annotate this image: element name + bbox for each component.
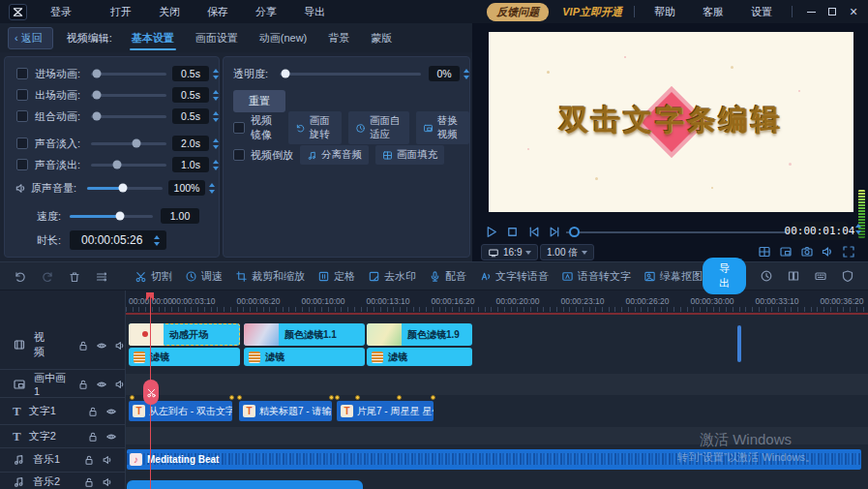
tool-voiceover[interactable]: 配音 (429, 269, 466, 284)
slider-knob[interactable] (113, 161, 122, 169)
history-icon[interactable] (760, 269, 773, 283)
tool-text-to-speech[interactable]: 文字转语音 (479, 269, 549, 284)
fit-screen-button[interactable]: 画面自适应 (348, 111, 409, 144)
keyframe-dot[interactable] (329, 395, 334, 400)
text-clip-3[interactable]: T片尾7 - 周星星 星仔... (337, 401, 434, 421)
undo-button[interactable] (14, 268, 27, 283)
split-at-playhead-button[interactable] (143, 380, 159, 405)
slider-knob[interactable] (93, 70, 102, 78)
exit-animation-checkbox[interactable] (16, 89, 28, 101)
slider-knob[interactable] (281, 70, 289, 78)
menu-save[interactable]: 保存 (194, 5, 242, 19)
tab-picture-settings[interactable]: 画面设置 (194, 25, 240, 51)
duration-value[interactable]: 00:00:05:26 (70, 230, 166, 250)
exit-animation-slider[interactable] (91, 94, 166, 97)
back-button[interactable]: ‹ 返回 (8, 27, 53, 49)
stepper[interactable] (209, 183, 215, 194)
rotate-button[interactable]: 画面旋转 (288, 111, 342, 144)
stepper[interactable] (213, 111, 219, 122)
lock-icon[interactable] (87, 405, 99, 417)
eye-icon[interactable] (96, 338, 107, 351)
opacity-value[interactable]: 0% (429, 66, 460, 81)
speaker-icon[interactable] (102, 474, 113, 487)
tool-remove-watermark[interactable]: 去水印 (368, 269, 416, 284)
combo-animation-slider[interactable] (91, 115, 166, 118)
volume-value[interactable]: 100% (168, 180, 205, 196)
slider-knob[interactable] (132, 139, 140, 148)
speed-value[interactable]: 1.00 (161, 208, 199, 224)
text-clip-1[interactable]: T从左到右 - 双击文字... (129, 401, 232, 421)
menu-open[interactable]: 打开 (97, 5, 145, 19)
speaker-icon[interactable] (114, 338, 126, 351)
detach-audio-button[interactable]: 分离音频 (300, 145, 369, 165)
tab-basic-settings[interactable]: 基本设置 (130, 25, 176, 51)
keyframe-dot[interactable] (355, 395, 360, 400)
enter-animation-slider[interactable] (91, 73, 166, 76)
preview-title-text[interactable]: 双击文字条编辑 (489, 101, 853, 140)
replace-video-button[interactable]: 替换视频 (416, 111, 469, 144)
combo-animation-value[interactable]: 0.5s (172, 108, 209, 124)
eye-icon[interactable] (105, 405, 117, 417)
speaker-icon[interactable] (114, 378, 126, 390)
timeline-scrollbar-thumb[interactable] (737, 325, 741, 362)
stepper[interactable] (464, 69, 469, 79)
track-header-pip[interactable]: 画中画1 (0, 372, 126, 396)
fade-out-checkbox[interactable] (16, 159, 28, 170)
stepper[interactable] (213, 160, 219, 170)
timeline-ruler[interactable]: 00:00:00:00 00:00:03:10 00:00:06:20 00:0… (126, 290, 868, 314)
opacity-slider[interactable] (280, 73, 421, 76)
speaker-icon[interactable] (102, 453, 113, 466)
menu-support[interactable]: 客服 (689, 5, 737, 19)
close-button[interactable]: × (843, 1, 864, 22)
menu-login[interactable]: 登录 (37, 5, 97, 19)
enter-animation-checkbox[interactable] (16, 68, 28, 79)
shortcut-keyboard-icon[interactable] (814, 269, 827, 283)
reverse-checkbox[interactable] (233, 149, 245, 161)
tool-cut[interactable]: 切割 (135, 269, 172, 284)
stop-button[interactable] (505, 225, 520, 239)
enter-animation-value[interactable]: 0.5s (172, 66, 209, 81)
filter-bar[interactable]: 滤镜 (367, 348, 472, 366)
exit-animation-value[interactable]: 0.5s (172, 87, 209, 103)
slider-knob[interactable] (93, 91, 102, 100)
menu-share[interactable]: 分享 (242, 5, 290, 19)
seek-bar[interactable] (566, 231, 789, 233)
keyframe-dot[interactable] (431, 395, 435, 400)
preview-canvas[interactable]: 双击文字条编辑 (489, 32, 853, 212)
redo-button[interactable] (41, 268, 54, 283)
lock-icon[interactable] (77, 338, 89, 351)
tool-speech-to-text[interactable]: 语音转文字 (561, 269, 631, 284)
export-button[interactable]: 导出 (703, 258, 746, 294)
video-clip-color-filter-1-9[interactable]: 颜色滤镜1.9 (367, 323, 472, 346)
seek-knob[interactable] (569, 227, 580, 237)
lock-icon[interactable] (83, 474, 95, 487)
stepper[interactable] (154, 235, 160, 246)
stepper[interactable] (213, 69, 219, 79)
eye-icon[interactable] (105, 430, 117, 443)
filter-bar[interactable]: 滤镜 (129, 348, 240, 366)
lock-icon[interactable] (83, 453, 95, 466)
tab-background[interactable]: 背景 (326, 25, 351, 51)
menu-export[interactable]: 导出 (290, 5, 339, 19)
speed-slider[interactable] (70, 215, 153, 218)
reset-button[interactable]: 重置 (233, 90, 285, 112)
fill-screen-button[interactable]: 画面填充 (375, 145, 444, 165)
stepper[interactable] (213, 90, 219, 101)
previous-frame-button[interactable] (526, 225, 541, 239)
playhead-marker[interactable] (146, 292, 154, 301)
track-header-music1[interactable]: 音乐1 (0, 449, 126, 470)
keyframe-dot[interactable] (237, 395, 242, 400)
keyframe-dot[interactable] (130, 395, 135, 400)
track-header-music2[interactable]: 音乐2 (0, 474, 126, 489)
slider-knob[interactable] (115, 212, 124, 221)
track-header-text2[interactable]: T 文字2 (0, 426, 126, 446)
tool-speed[interactable]: 调速 (185, 269, 223, 284)
play-button[interactable] (484, 225, 498, 239)
eye-icon[interactable] (96, 378, 107, 390)
fade-in-slider[interactable] (91, 142, 166, 145)
text-clip-2[interactable]: T精美标题7 - 请输入... (239, 401, 332, 421)
minimize-button[interactable] (800, 1, 822, 22)
tool-freeze-frame[interactable]: 定格 (317, 269, 355, 284)
next-frame-button[interactable] (548, 225, 562, 239)
tab-mask[interactable]: 蒙版 (369, 25, 394, 51)
